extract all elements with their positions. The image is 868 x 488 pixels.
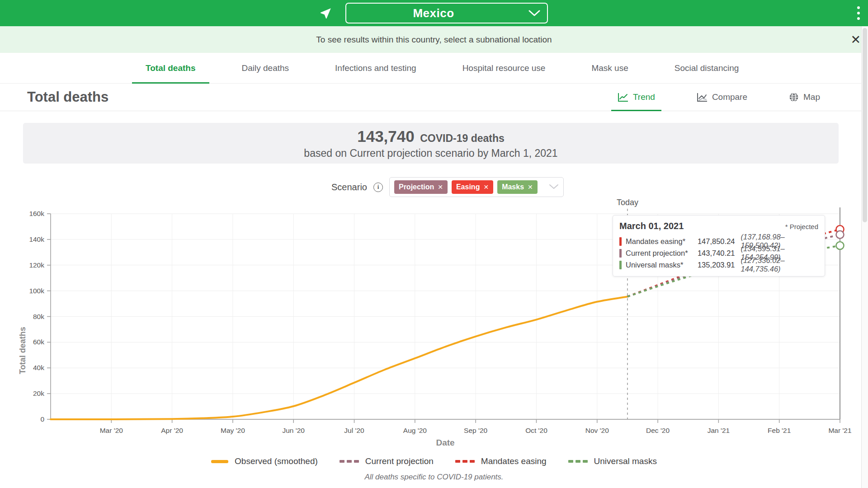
svg-text:Jan '21: Jan '21 [708,427,730,434]
end-marker-universal-masks [836,242,844,249]
series-color-bar [619,249,622,258]
scenario-label: Scenario [331,182,367,192]
country-selector-label: Mexico [346,6,521,20]
tooltip-header: March 01, 2021 * Projected [619,221,818,231]
info-icon[interactable]: i [373,183,383,192]
metric-tabbar: Total deaths Daily deaths Infections and… [0,53,868,84]
svg-text:Nov '20: Nov '20 [585,427,609,434]
svg-text:100k: 100k [29,287,44,295]
chart-legend: Observed (smoothed) Current projection M… [0,454,868,469]
svg-text:140k: 140k [29,235,44,243]
svg-text:Apr '20: Apr '20 [161,427,183,434]
svg-text:160k: 160k [29,210,44,217]
location-arrow-icon[interactable] [320,5,334,21]
view-switcher: Trend Compare Map [618,84,820,111]
svg-text:Date: Date [436,438,454,447]
scrollbar[interactable] [861,26,868,488]
banner-message: To see results within this country, sele… [316,35,552,45]
legend-swatch [455,460,475,463]
tab-total-deaths[interactable]: Total deaths [132,53,209,83]
legend-swatch [211,460,228,463]
chip-masks: Masks ✕ [497,180,538,194]
legend-universal-masks: Universal masks [568,456,657,466]
chip-projection: Projection ✕ [394,180,448,194]
title-row: Total deaths Trend Compare [0,84,868,111]
chevron-down-icon [521,4,547,23]
view-map[interactable]: Map [789,84,820,111]
chip-remove-icon[interactable]: ✕ [438,183,443,191]
legend-observed: Observed (smoothed) [211,456,318,466]
legend-current-projection: Current projection [340,456,434,466]
svg-text:Aug '20: Aug '20 [403,427,427,434]
svg-text:May '20: May '20 [221,427,245,434]
chip-easing: Easing ✕ [452,180,493,194]
chip-remove-icon[interactable]: ✕ [528,183,533,191]
trend-chart-icon [618,93,628,102]
tab-infections-testing[interactable]: Infections and testing [321,53,430,83]
app-header: Mexico [0,0,868,26]
summary-box: 143,740 COVID-19 deaths based on Current… [23,123,839,164]
svg-text:Jul '20: Jul '20 [344,427,364,434]
summary-headline: 143,740 COVID-19 deaths [357,127,505,145]
chip-remove-icon[interactable]: ✕ [483,183,489,191]
series-line-observed-smoothed- [51,296,627,419]
series-color-bar [619,237,622,246]
legend-swatch [340,460,359,463]
svg-text:Jun '20: Jun '20 [282,427,305,434]
summary-number: 143,740 [357,127,415,145]
svg-text:Mar '21: Mar '21 [828,427,851,434]
chart-tooltip: March 01, 2021 * Projected Mandates easi… [613,215,825,277]
svg-text:60k: 60k [33,338,44,346]
compare-chart-icon [697,93,708,102]
tooltip-projected-note: * Projected [785,223,818,230]
select-chevron-down-icon [549,183,559,191]
chart-area: Total deaths Today Mar '20Apr '20May '20… [0,198,868,451]
location-group: Mexico [320,3,548,23]
page-title: Total deaths [27,89,108,105]
tab-mask-use[interactable]: Mask use [578,53,642,83]
country-selector[interactable]: Mexico [345,3,548,23]
svg-text:Mar '20: Mar '20 [100,427,123,434]
legend-swatch [568,460,588,463]
tab-daily-deaths[interactable]: Daily deaths [228,53,303,83]
tooltip-row: Universal masks* 135,203.91 (127,336.02–… [619,259,818,271]
scrollbar-thumb[interactable] [863,28,867,222]
summary-suffix: COVID-19 deaths [420,132,505,144]
banner-close-icon[interactable]: ✕ [850,33,861,46]
tab-social-distancing[interactable]: Social distancing [661,53,753,83]
scenario-row: Scenario i Projection ✕ Easing ✕ Masks ✕ [0,177,868,197]
svg-text:Feb '21: Feb '21 [768,427,791,434]
overflow-menu-button[interactable] [853,4,864,22]
chart-footnote: All deaths specific to COVID-19 patients… [0,473,868,482]
svg-text:Oct '20: Oct '20 [525,427,547,434]
scenario-select[interactable]: Projection ✕ Easing ✕ Masks ✕ [389,177,564,197]
legend-mandates-easing: Mandates easing [455,456,547,466]
subnational-banner: To see results within this country, sele… [0,26,868,53]
svg-text:0: 0 [40,415,44,423]
globe-icon [789,92,799,102]
view-compare[interactable]: Compare [697,84,747,111]
svg-text:Dec '20: Dec '20 [646,427,670,434]
tab-hospital-resource-use[interactable]: Hospital resource use [449,53,559,83]
svg-text:40k: 40k [33,364,44,371]
tooltip-date: March 01, 2021 [619,221,684,231]
svg-text:Sep '20: Sep '20 [464,427,487,434]
view-trend[interactable]: Trend [618,84,655,111]
series-color-bar [619,261,622,269]
svg-text:120k: 120k [29,261,44,269]
summary-subtitle: based on Current projection scenario by … [304,147,557,160]
end-marker-current-projection [836,231,844,239]
svg-text:80k: 80k [33,313,44,320]
svg-text:20k: 20k [33,389,44,397]
